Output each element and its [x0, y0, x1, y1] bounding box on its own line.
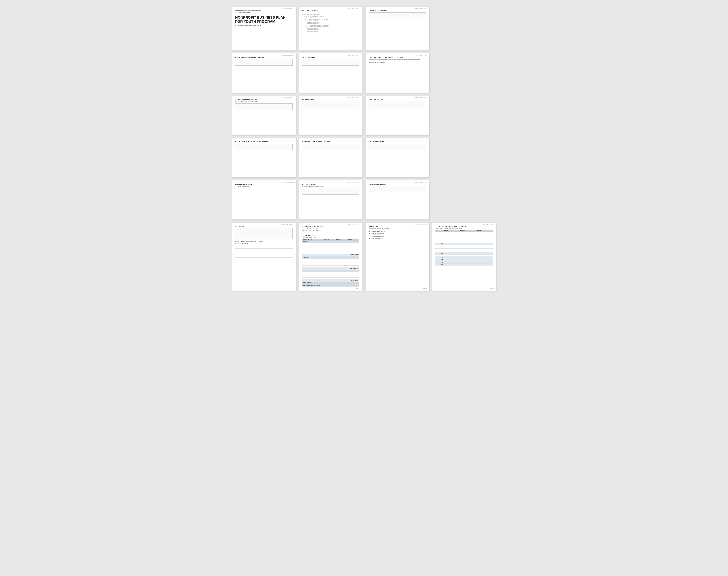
- confidential-label: CONFIDENTIAL: [282, 181, 294, 183]
- operations-subtitle: 5.1 SHORT-TERM PLAN: [235, 186, 293, 187]
- balance-sheet-table: CATEGORY / TYPE PERIOD 1 PERIOD 2 PERIOD…: [302, 238, 359, 287]
- col-category: CATEGORY / TYPE: [302, 238, 323, 241]
- page-blank-r2c4: [432, 53, 496, 93]
- confidential-label: CONFIDENTIAL: [282, 97, 294, 98]
- document-grid: CONFIDENTIAL NONPROFIT BUSINESS PLAN TEM…: [232, 7, 496, 291]
- u3-row: U3: [435, 256, 443, 259]
- page-blank-r4c4: [432, 138, 496, 177]
- page-fundraising: CONFIDENTIAL 6.3 FUNDRAISING PLAN: [365, 180, 429, 220]
- page-funding: CONFIDENTIAL 6.4 FUNDING TABLE: FUNDING …: [232, 222, 296, 291]
- page-org-overview: CONFIDENTIAL 2. ORGANIZATION OVERVIEW 2.…: [232, 95, 296, 135]
- grand-total-assets-row: TOTAL ASSETS: [302, 282, 359, 284]
- cover-big-title: NONPROFIT BUSINESS PLANFOR YOUTH PROGRAM: [235, 16, 293, 24]
- page-program-a2: CONFIDENTIAL 2.2.1.1 PROGRAM A: [365, 95, 429, 135]
- funding-title: 6.4 FUNDING: [235, 226, 293, 227]
- col-period3: PERIOD 3: [347, 238, 359, 241]
- appendix-item: Supporting material: [371, 238, 426, 239]
- total-equity-row: TOTAL EQUITY: [302, 279, 359, 282]
- page-exec-summary: CONFIDENTIAL 1. EXECUTIVE SUMMARY: [365, 7, 429, 51]
- proj-expenses-subtitle: 7.1 PROJECTED EXPENSES: [302, 228, 359, 229]
- program-a1-title: 2.2.2.1 PROGRAM A: [302, 57, 359, 58]
- balance-sheet-table-label: TABLE: BALANCE SHEET: [302, 237, 359, 238]
- appendix-list: Detailed market research Resumes of key …: [369, 231, 426, 239]
- page-objectives: CONFIDENTIAL 2.2 OBJECTIVES: [299, 95, 363, 135]
- page-number-18: Page 18: [489, 288, 494, 289]
- balance-sheet-title: 7.3 BALANCE SHEET: [302, 234, 359, 236]
- mentoring-title: 2.2.1.1 YOUTH MENTORING PROGRAMS: [235, 57, 293, 58]
- appendix-item: Resumes of key people: [371, 232, 426, 234]
- col-period1: PERIOD 1: [323, 238, 335, 241]
- toc-item: 2.2.1 YOUTH MENTORING PROGRAMS5: [302, 19, 359, 20]
- assets-header: ASSETS: [302, 241, 359, 243]
- confidential-label: CONFIDENTIAL: [415, 181, 427, 183]
- page-number-19: Page 19: [356, 288, 360, 289]
- toc-item: 2.2.2.1 PROGRAM A6: [302, 28, 359, 29]
- col-period2: PERIOD 2: [460, 230, 476, 232]
- lead-team-label: TABLE: LEAD TEAM MEMBERS: [369, 61, 426, 63]
- confidential-label: CONFIDENTIAL: [415, 97, 427, 98]
- appendix-item: Industry information: [371, 234, 426, 235]
- org-overview-title: 2. ORGANIZATION OVERVIEW: [235, 99, 293, 100]
- page-marketing: CONFIDENTIAL 4. MARKETING PLAN: [365, 138, 429, 177]
- appendix-item: Detailed market research: [371, 231, 426, 232]
- marketing-title: 4. MARKETING PLAN: [369, 141, 426, 143]
- market-title: 3. MARKET AND INDUSTRY ANALYSIS: [302, 141, 359, 143]
- ies-row-2: IES: [435, 252, 443, 254]
- cover-org-name: NONPROFIT ORGANIZATION NAME: [235, 25, 293, 27]
- org-overview-box: [235, 104, 293, 110]
- confidential-label: CONFIDENTIAL: [348, 97, 361, 98]
- page-toc: CONFIDENTIAL TABLE OF CONTENTS 1. EXECUT…: [299, 7, 363, 51]
- toc-item: 2.2 OBJECTIVES5: [302, 17, 359, 18]
- management-title: 2.3 MANAGEMENT TEAM AND KEY PERSONNEL: [369, 57, 426, 58]
- confidential-label: CONFIDENTIAL: [282, 8, 294, 9]
- page-market: CONFIDENTIAL 3. MARKET AND INDUSTRY ANAL…: [299, 138, 363, 177]
- page-blank-r3c4: [432, 95, 496, 135]
- cash-flow-right-title: 7.2 PROJECTED CASH FLOW STATEMENT: [435, 226, 493, 227]
- toc-item: 2. ORGANIZATION OVERVIEW4: [302, 14, 359, 15]
- total-assets-row: TOTAL ASSETS: [302, 254, 359, 256]
- fundraising-box: [369, 186, 426, 192]
- page-blank-r5c4: [432, 180, 496, 220]
- 7w-row: 7W: [435, 259, 443, 261]
- page-cash-flow-right: CONFIDENTIAL 7.2 PROJECTED CASH FLOW STA…: [432, 222, 496, 291]
- total-liabilities-equity-row: TOTAL LIABILITIES AND EQUITY: [302, 284, 359, 287]
- confidential-label: CONFIDENTIAL: [348, 8, 361, 9]
- total-liabilities-row: TOTAL LIABILITIES: [302, 267, 359, 270]
- confidential-label: CONFIDENTIAL: [348, 139, 361, 141]
- confidential-label: CONFIDENTIAL: [348, 181, 361, 183]
- toc-item: 2.2.1.1 PROGRAM A5: [302, 20, 359, 21]
- confidential-label: CONFIDENTIAL: [415, 8, 427, 9]
- confidential-label: CONFIDENTIAL: [348, 55, 361, 56]
- page-cover: CONFIDENTIAL NONPROFIT BUSINESS PLAN TEM…: [232, 7, 296, 51]
- col-period3: PERIOD 3: [476, 230, 493, 232]
- ies-row-1: IES: [435, 242, 443, 245]
- page-operations: CONFIDENTIAL 5. OPERATIONS PLAN 5.1 SHOR…: [232, 180, 296, 220]
- objectives-box: [302, 101, 359, 108]
- financial-plan-box: [302, 188, 359, 195]
- page-management: CONFIDENTIAL 2.3 MANAGEMENT TEAM AND KEY…: [365, 53, 429, 93]
- toc-item: 2.1 ORGANIZATION BACKGROUND4: [302, 16, 359, 17]
- cover-top-label: NONPROFIT BUSINESS PLAN TEMPLATEFOR YOUT…: [235, 10, 293, 13]
- program-a2-box: [369, 101, 426, 108]
- confidential-label: CONFIDENTIAL: [348, 224, 361, 225]
- col-empty: [435, 230, 443, 232]
- program-a1-box: [302, 59, 359, 65]
- exec-summary-title: 1. EXECUTIVE SUMMARY: [369, 10, 426, 11]
- marketing-box: [369, 144, 426, 150]
- toc-item: 2.2.1.3 PROGRAM C6: [302, 23, 359, 24]
- col-period2: PERIOD 2: [335, 238, 347, 241]
- page-program-a1: CONFIDENTIAL 2.2.2.1 PROGRAM A: [299, 53, 363, 93]
- management-desc: The table below shows the organization's…: [369, 59, 426, 61]
- toc-item: 1. EXECUTIVE SUMMARY3: [302, 12, 359, 13]
- appendix-item: Professional references: [371, 236, 426, 237]
- toc-item: 2.2.2 FUTURE MENTORING PROGRAMS6: [302, 26, 359, 28]
- objectives-title: 2.2 OBJECTIVES: [302, 99, 359, 100]
- key-goals-box: [235, 144, 293, 150]
- equity-header: EQUITY: [302, 270, 359, 272]
- funding-source-table: [235, 245, 293, 258]
- exec-summary-box: [369, 12, 426, 19]
- financial-stmts-title: 7. FINANCIAL STATEMENTS: [302, 226, 359, 227]
- cash-flow-right-table-label: TABLE: PROJECTED CASH FLOW STATEMENT: [435, 228, 493, 229]
- funding-box: [235, 228, 293, 239]
- org-bg-subtitle: 2.1 ORGANIZATION BACKGROUND: [235, 101, 293, 103]
